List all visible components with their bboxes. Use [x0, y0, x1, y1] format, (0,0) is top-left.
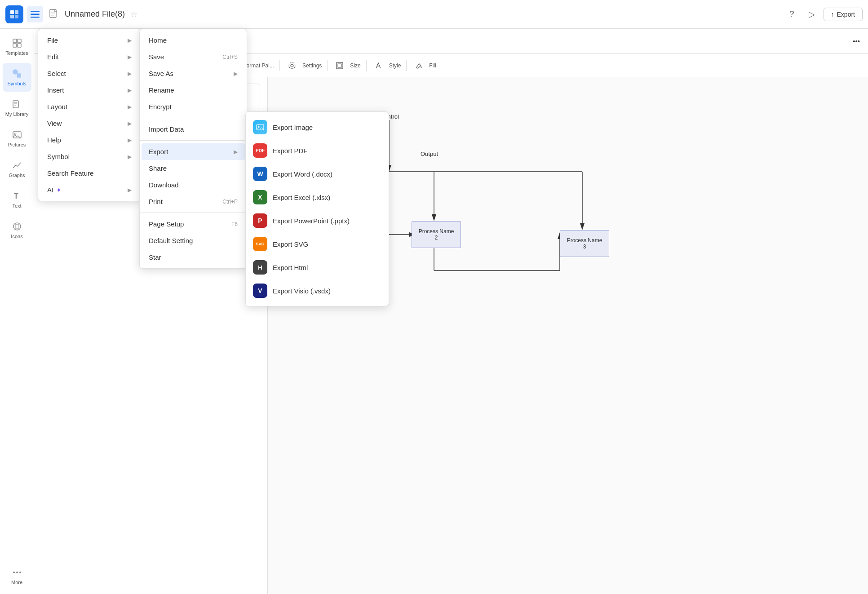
file-icon [47, 7, 61, 22]
export-visio-item[interactable]: V Export Visio (.vsdx) [246, 279, 389, 302]
menu-home-label: Home [149, 36, 167, 44]
menu-print-shortcut: Ctrl+P [222, 199, 238, 205]
menu-search-feature[interactable]: Search Feature [40, 165, 139, 182]
play-button[interactable]: ▷ [804, 6, 820, 22]
svg-rect-15 [338, 64, 341, 67]
svg-point-30 [13, 223, 21, 230]
help-button[interactable]: ? [784, 6, 800, 22]
menu-edit[interactable]: Edit ▶ [40, 49, 139, 65]
menu-home[interactable]: Home [142, 32, 245, 49]
export-excel-item[interactable]: X Export Excel (.xlsx) [246, 186, 389, 209]
sidebar-item-symbols[interactable]: Symbols [3, 63, 31, 92]
menu-ai[interactable]: AI ✦ ▶ [40, 182, 139, 198]
fill-btn[interactable] [412, 59, 425, 72]
svg-rect-22 [17, 74, 21, 77]
menu-help[interactable]: Help ▶ [40, 132, 139, 148]
export-ppt-label: Export PowerPoint (.pptx) [273, 217, 350, 225]
export-ppt-item[interactable]: P Export PowerPoint (.pptx) [246, 209, 389, 232]
menu-export[interactable]: Export ▶ [142, 143, 245, 160]
svg-rect-20 [18, 44, 21, 47]
export-svg-item[interactable]: SVG Export SVG [246, 232, 389, 256]
menu-import-data[interactable]: Import Data [142, 121, 245, 137]
process-1-name: Process Name [419, 228, 454, 235]
menu-select[interactable]: Select ▶ [40, 65, 139, 82]
svg-point-28 [14, 133, 16, 135]
menu-insert-chevron: ▶ [128, 87, 132, 93]
sidebar-item-pictures[interactable]: Pictures [3, 124, 31, 153]
export-pdf-item[interactable]: PDF Export PDF [246, 139, 389, 162]
svg-marker-56 [580, 223, 585, 230]
menu-save-as[interactable]: Save As ▶ [142, 65, 245, 82]
sidebar-item-my-library[interactable]: My Library [3, 93, 31, 122]
star-icon[interactable]: ☆ [130, 9, 137, 19]
export-excel-icon: X [253, 190, 267, 204]
svg-rect-18 [18, 39, 21, 43]
file-submenu: Home Save Ctrl+S Save As ▶ Rename Encryp… [139, 29, 247, 269]
style-label: Style [389, 62, 401, 69]
size-label: Size [350, 62, 360, 69]
sidebar-icons-label: Icons [11, 234, 22, 239]
menu-star[interactable]: Star [142, 249, 245, 266]
export-icon: ↑ [831, 11, 834, 18]
svg-point-13 [289, 62, 295, 69]
menu-view-label: View [47, 120, 62, 127]
menu-encrypt[interactable]: Encrypt [142, 98, 245, 115]
menu-page-setup-shortcut: F6 [231, 221, 238, 227]
app-logo[interactable] [5, 5, 23, 23]
svg-text:Output: Output [421, 151, 438, 157]
menu-select-chevron: ▶ [128, 71, 132, 77]
settings-btn[interactable] [285, 59, 299, 72]
sidebar-item-more[interactable]: More [3, 562, 31, 590]
svg-point-64 [258, 126, 260, 127]
menu-rename[interactable]: Rename [142, 82, 245, 98]
menu-default-setting[interactable]: Default Setting [142, 232, 245, 249]
format-sep-6 [366, 60, 367, 71]
menu-download-label: Download [149, 181, 179, 189]
kebab-button[interactable]: ••• [850, 35, 863, 48]
export-html-icon-text: H [258, 264, 262, 271]
svg-rect-7 [50, 9, 56, 18]
menu-insert[interactable]: Insert ▶ [40, 82, 139, 98]
export-word-label: Export Word (.docx) [273, 170, 332, 178]
menu-save-as-label: Save As [149, 70, 173, 77]
format-sep-4 [279, 60, 280, 71]
menu-button[interactable] [27, 6, 43, 22]
process-box-2[interactable]: Process Name 3 [560, 230, 609, 257]
menu-page-setup[interactable]: Page Setup F6 [142, 216, 245, 232]
menu-symbol[interactable]: Symbol ▶ [40, 148, 139, 165]
svg-rect-19 [13, 44, 17, 47]
menu-help-chevron: ▶ [128, 137, 132, 143]
sidebar-item-templates[interactable]: Templates [3, 32, 31, 61]
format-sep-5 [327, 60, 328, 71]
menu-help-label: Help [47, 136, 61, 144]
sidebar-item-text[interactable]: T Text [3, 185, 31, 214]
process-box-1[interactable]: Process Name 2 [412, 221, 461, 248]
menu-layout[interactable]: Layout ▶ [40, 98, 139, 115]
export-button[interactable]: ↑ Export [824, 8, 863, 21]
menu-print-label: Print [149, 198, 163, 205]
export-svg-label: Export SVG [273, 240, 308, 248]
menu-download[interactable]: Download [142, 177, 245, 193]
sidebar-item-graphs[interactable]: Graphs [3, 155, 31, 183]
ai-sparkle-icon: ✦ [56, 186, 62, 194]
export-image-item[interactable]: Export Image [246, 115, 389, 139]
svg-point-21 [13, 70, 18, 74]
menu-print[interactable]: Print Ctrl+P [142, 193, 245, 210]
menu-file[interactable]: File ▶ [40, 32, 139, 49]
process-2-number: 3 [583, 244, 586, 250]
export-visio-icon-text: V [258, 287, 262, 294]
menu-save[interactable]: Save Ctrl+S [142, 49, 245, 65]
format-paint-label: Format Pai... [243, 62, 274, 69]
export-word-item[interactable]: W Export Word (.docx) [246, 162, 389, 186]
menu-view[interactable]: View ▶ [40, 115, 139, 132]
export-image-label: Export Image [273, 124, 313, 131]
menu-share[interactable]: Share [142, 160, 245, 177]
sidebar-templates-label: Templates [5, 50, 28, 56]
process-1-number: 2 [435, 235, 438, 241]
size-btn[interactable] [333, 59, 346, 72]
style-btn[interactable] [372, 59, 385, 72]
export-label: Export [837, 11, 855, 18]
export-html-item[interactable]: H Export Html [246, 256, 389, 279]
sidebar-item-icons[interactable]: Icons [3, 216, 31, 244]
menu-export-label: Export [149, 148, 168, 155]
